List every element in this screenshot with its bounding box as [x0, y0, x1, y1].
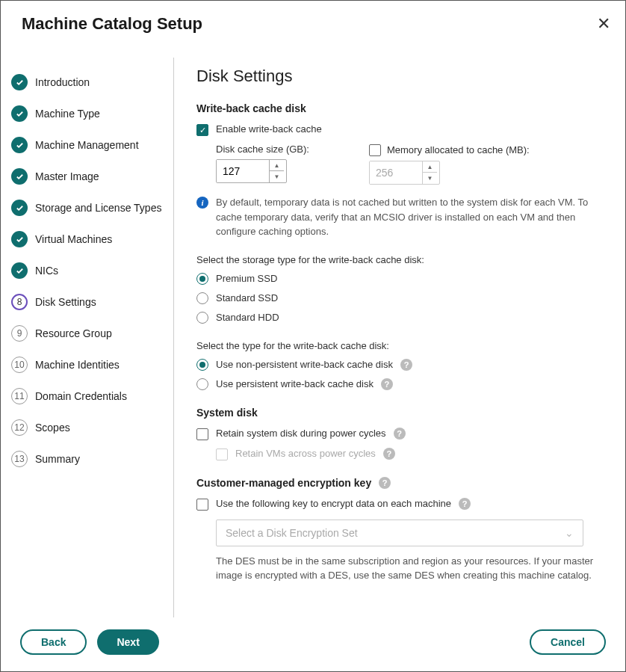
check-icon	[11, 231, 28, 247]
step-label: Virtual Machines	[35, 233, 112, 245]
step-label: Introduction	[35, 76, 90, 88]
step-machine-identities[interactable]: 10Machine Identities	[1, 349, 173, 380]
wizard-sidebar: Introduction Machine Type Machine Manage…	[1, 58, 174, 617]
step-label: Disk Settings	[35, 296, 96, 308]
step-label: NICs	[35, 265, 58, 277]
radio-icon	[196, 273, 208, 285]
info-icon: i	[196, 197, 208, 209]
dialog-title: Machine Catalog Setup	[22, 14, 202, 34]
main-panel: Disk Settings Write-back cache disk ✓ En…	[174, 58, 625, 617]
step-introduction[interactable]: Introduction	[1, 67, 173, 98]
radio-icon	[196, 378, 208, 390]
radio-icon	[196, 359, 208, 371]
cancel-button[interactable]: Cancel	[530, 629, 606, 655]
dialog-body: Introduction Machine Type Machine Manage…	[1, 58, 625, 617]
chevron-down-icon: ⌄	[565, 527, 574, 539]
radio-premium-ssd[interactable]: Premium SSD	[196, 273, 603, 285]
chevron-up-icon: ▲	[423, 161, 437, 173]
check-icon	[11, 105, 28, 122]
radio-non-persistent[interactable]: Use non-persistent write-back cache disk…	[196, 359, 603, 371]
enable-writeback-label: Enable write-back cache	[216, 123, 322, 135]
memory-cache-checkbox[interactable]	[369, 144, 381, 156]
cmek-checkbox[interactable]	[196, 499, 208, 511]
des-select: Select a Disk Encryption Set ⌄	[216, 520, 583, 546]
check-icon	[11, 137, 28, 153]
step-virtual-machines[interactable]: Virtual Machines	[1, 224, 173, 255]
cmek-section-title: Customer-managed encryption key	[196, 477, 371, 489]
step-summary[interactable]: 13Summary	[1, 443, 173, 475]
help-icon[interactable]: ?	[400, 359, 412, 371]
check-icon	[11, 168, 28, 185]
step-number-icon: 13	[11, 451, 28, 467]
step-number-icon: 10	[11, 357, 28, 373]
radio-standard-hdd[interactable]: Standard HDD	[196, 312, 603, 324]
footer-left: Back Next	[20, 629, 159, 655]
memory-cache-spinner: ▲▼	[369, 161, 440, 185]
step-master-image[interactable]: Master Image	[1, 161, 173, 192]
next-button[interactable]: Next	[97, 629, 158, 655]
spinner-buttons: ▲▼	[422, 161, 437, 184]
help-icon[interactable]: ?	[381, 378, 393, 390]
info-text: By default, temporary data is not cached…	[216, 195, 603, 239]
step-label: Machine Type	[35, 108, 100, 120]
help-icon[interactable]: ?	[379, 477, 391, 489]
enable-writeback-checkbox[interactable]: ✓	[196, 124, 208, 136]
help-icon[interactable]: ?	[459, 498, 471, 510]
step-disk-settings[interactable]: 8Disk Settings	[1, 286, 173, 318]
memory-cache-label: Memory allocated to cache (MB):	[387, 144, 530, 155]
step-number-icon: 12	[11, 419, 28, 436]
step-resource-group[interactable]: 9Resource Group	[1, 318, 173, 349]
radio-label: Standard HDD	[216, 312, 279, 323]
help-icon[interactable]: ?	[394, 428, 406, 440]
radio-label: Premium SSD	[216, 273, 277, 284]
check-icon: ✓	[199, 126, 206, 135]
radio-label: Use non-persistent write-back cache disk	[216, 359, 393, 370]
help-icon[interactable]: ?	[383, 448, 395, 460]
cmek-label: Use the following key to encrypt data on…	[216, 498, 451, 509]
retain-vms-label: Retain VMs across power cycles	[235, 448, 376, 459]
des-placeholder: Select a Disk Encryption Set	[226, 527, 358, 539]
back-button[interactable]: Back	[20, 629, 87, 655]
step-machine-management[interactable]: Machine Management	[1, 129, 173, 161]
radio-icon	[196, 292, 208, 304]
step-number-icon: 11	[11, 388, 28, 404]
page-title: Disk Settings	[196, 67, 603, 86]
storage-type-label: Select the storage type for the write-ba…	[196, 254, 603, 265]
close-icon[interactable]: ✕	[597, 14, 610, 34]
radio-label: Standard SSD	[216, 292, 278, 303]
retain-system-disk-label: Retain system disk during power cycles	[216, 428, 386, 439]
check-icon	[11, 262, 28, 279]
chevron-up-icon[interactable]: ▲	[270, 160, 284, 171]
step-domain-credentials[interactable]: 11Domain Credentials	[1, 380, 173, 412]
writeback-section-title: Write-back cache disk	[196, 102, 603, 114]
step-number-icon: 9	[11, 325, 28, 342]
dialog-footer: Back Next Cancel	[1, 616, 625, 671]
retain-system-disk-checkbox[interactable]	[196, 428, 208, 440]
disk-cache-input[interactable]	[217, 160, 269, 182]
step-label: Master Image	[35, 170, 99, 182]
step-label: Domain Credentials	[35, 390, 127, 402]
radio-label: Use persistent write-back cache disk	[216, 378, 374, 389]
radio-icon	[196, 312, 208, 324]
step-label: Summary	[35, 453, 80, 465]
memory-cache-input	[370, 161, 422, 184]
step-number-icon: 8	[11, 294, 28, 310]
step-storage-license[interactable]: Storage and License Types	[1, 192, 173, 224]
step-label: Resource Group	[35, 327, 112, 339]
step-machine-type[interactable]: Machine Type	[1, 98, 173, 129]
disk-cache-label: Disk cache size (GB):	[216, 144, 309, 155]
dialog-header: Machine Catalog Setup ✕	[1, 1, 625, 58]
step-label: Machine Management	[35, 139, 139, 151]
step-label: Storage and License Types	[35, 202, 161, 214]
step-nics[interactable]: NICs	[1, 255, 173, 286]
chevron-down-icon[interactable]: ▼	[270, 171, 284, 182]
step-label: Machine Identities	[35, 359, 120, 371]
radio-persistent[interactable]: Use persistent write-back cache disk?	[196, 378, 603, 390]
radio-standard-ssd[interactable]: Standard SSD	[196, 292, 603, 304]
disk-type-label: Select the type for the write-back cache…	[196, 340, 603, 351]
step-scopes[interactable]: 12Scopes	[1, 412, 173, 443]
disk-cache-spinner[interactable]: ▲▼	[216, 159, 287, 183]
check-icon	[11, 200, 28, 216]
chevron-down-icon: ▼	[423, 173, 437, 184]
system-disk-section-title: System disk	[196, 407, 603, 419]
